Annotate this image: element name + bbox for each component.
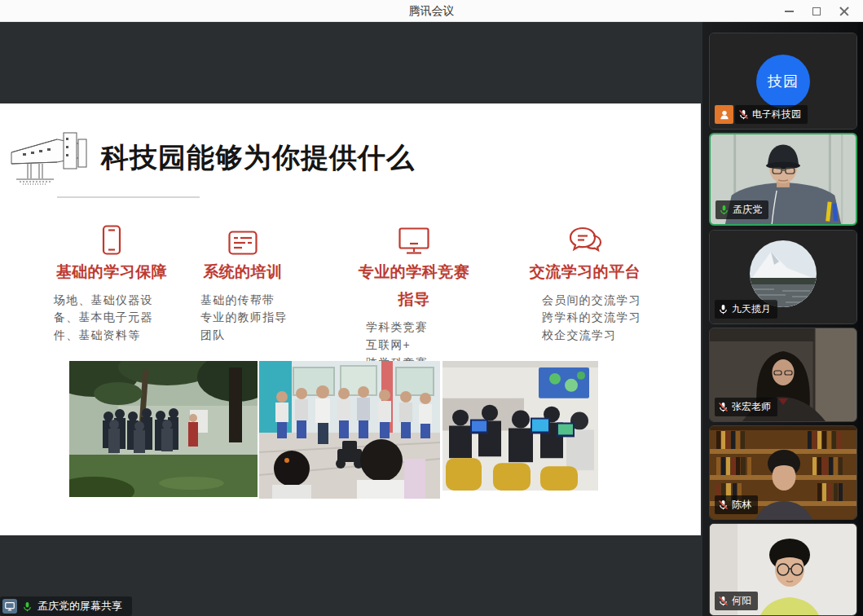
mic-on-icon: [22, 601, 33, 612]
feature-body-line: 跨学科的交流学习: [542, 309, 654, 327]
feature-body-line: 学科类竞赛: [366, 319, 480, 337]
feature-heading: 基础的学习保障: [46, 262, 178, 283]
close-button[interactable]: [830, 0, 858, 22]
slide-photo-computer-lab: [443, 361, 598, 491]
maximize-icon: [812, 7, 821, 15]
screen-share-label: 孟庆党的屏幕共享: [37, 599, 122, 614]
slide-photo-outdoor-activity: [69, 361, 258, 497]
participant-label: 陈林: [715, 495, 758, 514]
mic-muted-icon: [718, 596, 729, 606]
participant-label: 孟庆党: [715, 200, 768, 219]
participant-tile[interactable]: 技园 电子科技园: [709, 33, 857, 130]
feature-body-line: 互联网+: [366, 337, 480, 354]
slide-title: 科技园能够为你提供什么: [101, 139, 415, 177]
feature-body-line: 校企交流学习: [542, 327, 654, 345]
feature-column-exchange: 交流学习的平台 会员间的交流学习 跨学科的交流学习 校企交流学习: [516, 224, 654, 345]
feature-body: 场地、基础仪器设 备、基本电子元器 件、基础资料等: [46, 292, 178, 345]
feature-body-line: 会员间的交流学习: [542, 292, 654, 310]
maximize-button[interactable]: [803, 0, 830, 22]
feature-body-line: 基础的传帮带: [200, 292, 305, 310]
feature-body-line: 件、基础资料等: [54, 327, 178, 345]
window-title: 腾讯会议: [0, 0, 863, 22]
host-badge-icon: [715, 105, 733, 124]
minimize-button[interactable]: [775, 0, 803, 22]
feature-body: 会员间的交流学习 跨学科的交流学习 校企交流学习: [516, 292, 654, 345]
participant-name: 陈林: [732, 498, 751, 512]
participant-label: 张宏老师: [715, 398, 777, 416]
mic-muted-icon: [738, 109, 749, 120]
avatar-text: 技园: [768, 72, 799, 91]
participant-label: 九天揽月: [715, 300, 777, 319]
slide-photo-robot-demo: [259, 361, 440, 499]
feature-heading: 系统的培训: [181, 262, 305, 283]
participant-tile[interactable]: 何阳: [709, 523, 857, 616]
mic-muted-icon: [718, 499, 729, 510]
minimize-icon: [785, 11, 794, 12]
participant-name: 九天揽月: [732, 302, 771, 316]
participant-name: 张宏老师: [732, 400, 771, 414]
title-underline: [57, 196, 200, 198]
feature-heading-line2: 指导: [348, 290, 480, 310]
screen-share-icon: [2, 599, 17, 614]
feature-body-line: 备、基本电子元器: [54, 309, 178, 327]
landscape-avatar: [750, 240, 817, 307]
feature-column-training: 系统的培训 基础的传帮带 专业的教师指导 团队: [181, 224, 305, 345]
feature-body-line: 团队: [200, 327, 305, 345]
window-titlebar: 腾讯会议: [0, 0, 863, 22]
feature-column-competition: 专业的学科竞赛 指导 学科类竞赛 互联网+ 跨学科竞赛: [348, 224, 480, 372]
building-sketch-icon: [7, 128, 91, 190]
mic-on-icon: [718, 304, 729, 315]
feature-body: 基础的传帮带 专业的教师指导 团队: [181, 292, 305, 345]
feature-heading: 交流学习的平台: [516, 262, 654, 283]
participant-label: 何阳: [715, 592, 758, 610]
participant-label: 电子科技园: [715, 105, 808, 124]
monitor-icon: [348, 224, 480, 255]
window-controls: [775, 0, 858, 22]
feature-heading: 专业的学科竞赛: [348, 262, 480, 283]
chat-bubbles-icon: [516, 224, 654, 255]
form-list-icon: [181, 224, 305, 255]
mic-muted-icon: [718, 402, 729, 412]
participant-tile[interactable]: 陈林: [709, 425, 857, 520]
close-icon: [839, 7, 849, 16]
avatar: 技园: [756, 55, 810, 108]
participant-name: 何阳: [732, 594, 751, 608]
participant-tile-active-speaker[interactable]: 孟庆党: [709, 133, 857, 226]
screen-share-stage: 科技园能够为你提供什么 基础的学习保障 场地、基础仪器设 备、基本电子元器 件、…: [0, 22, 702, 616]
mic-on-icon: [719, 205, 729, 215]
feature-body-line: 场地、基础仪器设: [54, 292, 178, 310]
participant-tile[interactable]: 九天揽月: [709, 230, 857, 324]
participants-sidebar: 技园 电子科技园: [702, 22, 863, 616]
feature-column-basic-support: 基础的学习保障 场地、基础仪器设 备、基本电子元器 件、基础资料等: [46, 224, 178, 345]
participant-name: 孟庆党: [733, 203, 762, 217]
shared-slide: 科技园能够为你提供什么 基础的学习保障 场地、基础仪器设 备、基本电子元器 件、…: [0, 103, 701, 535]
participant-name: 电子科技园: [752, 108, 801, 121]
feature-body-line: 专业的教师指导: [200, 309, 305, 327]
participant-tile[interactable]: 张宏老师: [709, 328, 857, 422]
sidebar-scrollbar[interactable]: [858, 22, 863, 616]
screen-share-banner: 孟庆党的屏幕共享: [0, 596, 132, 616]
smartphone-icon: [46, 224, 178, 255]
